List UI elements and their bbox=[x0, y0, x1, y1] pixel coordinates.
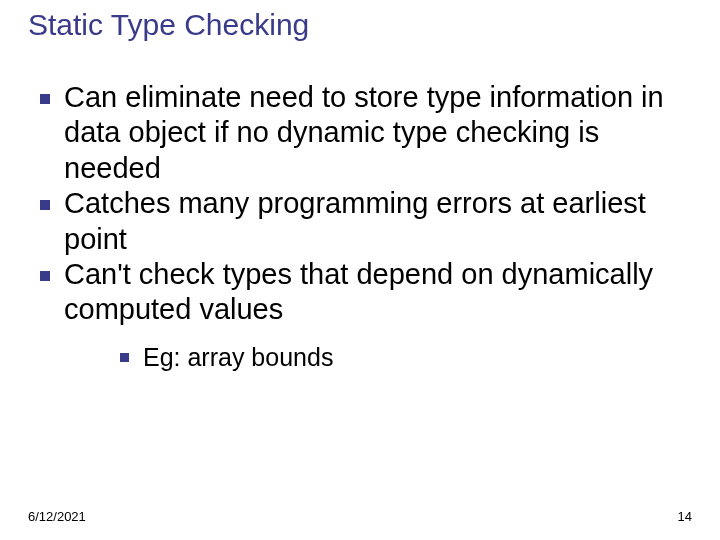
square-bullet-icon bbox=[40, 94, 50, 104]
square-bullet-icon bbox=[120, 353, 129, 362]
sub-bullet-list: Eg: array bounds bbox=[120, 342, 700, 372]
footer-date: 6/12/2021 bbox=[28, 509, 86, 524]
sub-bullet-text: Eg: array bounds bbox=[143, 342, 333, 372]
bullet-text: Catches many programming errors at earli… bbox=[64, 186, 700, 257]
bullet-text: Can't check types that depend on dynamic… bbox=[64, 257, 700, 328]
slide: Static Type Checking Can eliminate need … bbox=[0, 0, 720, 540]
footer-page-number: 14 bbox=[678, 509, 692, 524]
bullet-text: Can eliminate need to store type informa… bbox=[64, 80, 700, 186]
bullet-item: Catches many programming errors at earli… bbox=[28, 186, 700, 257]
square-bullet-icon bbox=[40, 271, 50, 281]
slide-title: Static Type Checking bbox=[28, 8, 309, 42]
bullet-item: Can eliminate need to store type informa… bbox=[28, 80, 700, 186]
slide-body: Can eliminate need to store type informa… bbox=[28, 80, 700, 372]
square-bullet-icon bbox=[40, 200, 50, 210]
sub-bullet-item: Eg: array bounds bbox=[120, 342, 700, 372]
bullet-item: Can't check types that depend on dynamic… bbox=[28, 257, 700, 328]
